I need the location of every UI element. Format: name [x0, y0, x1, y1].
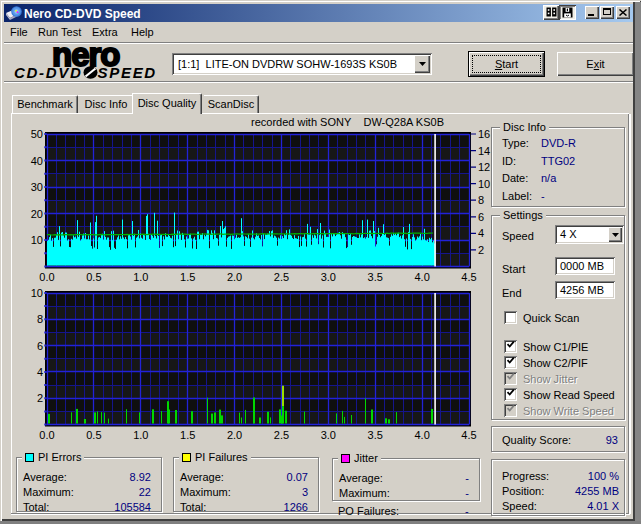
- svg-text:4.5: 4.5: [461, 429, 476, 441]
- svg-text:10: 10: [31, 234, 43, 246]
- svg-text:4.0: 4.0: [414, 271, 429, 283]
- svg-text:6: 6: [37, 340, 43, 352]
- svg-text:4.0: 4.0: [414, 429, 429, 441]
- svg-text:14: 14: [478, 145, 490, 157]
- svg-text:2.5: 2.5: [274, 429, 289, 441]
- svg-text:1.0: 1.0: [133, 429, 148, 441]
- svg-text:0.0: 0.0: [39, 429, 54, 441]
- svg-text:12: 12: [478, 161, 490, 173]
- svg-text:1.5: 1.5: [180, 429, 195, 441]
- svg-text:20: 20: [31, 208, 43, 220]
- svg-text:recorded with SONY DW-Q28A: recorded with SONY DW-Q28A KS0B: [251, 116, 444, 128]
- svg-text:3.0: 3.0: [321, 429, 336, 441]
- svg-text:10: 10: [478, 178, 490, 190]
- svg-text:4: 4: [478, 227, 484, 239]
- svg-text:3.0: 3.0: [321, 271, 336, 283]
- svg-text:2: 2: [478, 244, 484, 256]
- svg-text:2.5: 2.5: [274, 271, 289, 283]
- svg-text:2.0: 2.0: [227, 429, 242, 441]
- svg-text:50: 50: [31, 128, 43, 140]
- svg-text:16: 16: [478, 128, 490, 140]
- svg-text:0.5: 0.5: [86, 271, 101, 283]
- svg-text:3.5: 3.5: [368, 271, 383, 283]
- svg-text:0.5: 0.5: [86, 429, 101, 441]
- svg-text:0.0: 0.0: [39, 271, 54, 283]
- svg-text:8: 8: [37, 313, 43, 325]
- svg-text:40: 40: [31, 155, 43, 167]
- svg-text:2: 2: [37, 392, 43, 404]
- svg-text:1.5: 1.5: [180, 271, 195, 283]
- svg-text:10: 10: [31, 287, 43, 299]
- svg-text:6: 6: [478, 211, 484, 223]
- svg-text:1.0: 1.0: [133, 271, 148, 283]
- svg-text:2.0: 2.0: [227, 271, 242, 283]
- svg-text:4.5: 4.5: [461, 271, 476, 283]
- svg-text:4: 4: [37, 366, 43, 378]
- svg-text:3.5: 3.5: [368, 429, 383, 441]
- svg-text:30: 30: [31, 181, 43, 193]
- svg-text:8: 8: [478, 194, 484, 206]
